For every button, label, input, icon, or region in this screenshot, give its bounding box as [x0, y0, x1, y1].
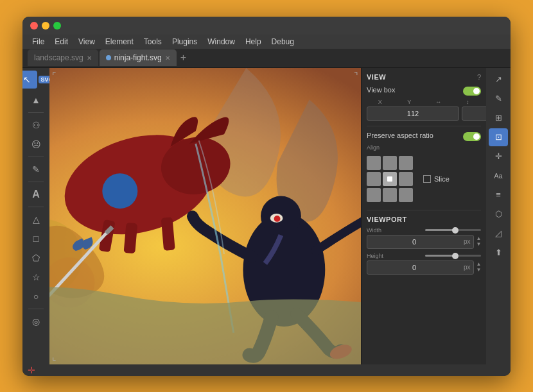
separator-2: [28, 157, 44, 157]
menu-plugins[interactable]: Plugins: [168, 36, 202, 47]
window-controls: [30, 22, 61, 30]
menu-file[interactable]: File: [28, 36, 49, 47]
menu-view[interactable]: View: [74, 36, 100, 47]
align-ml[interactable]: [367, 172, 381, 186]
tab-landscape[interactable]: landscape.svg ✕: [28, 49, 98, 66]
menu-edit[interactable]: Edit: [50, 36, 73, 47]
face-tool[interactable]: ☹: [26, 135, 46, 153]
viewbox-section: View box X Y ↔ ↕: [367, 86, 481, 121]
slice-checkbox[interactable]: [423, 175, 431, 183]
pentagon-tool[interactable]: ⬠: [26, 249, 46, 267]
viewbox-label: View box: [367, 86, 395, 94]
vb-x-input[interactable]: [367, 107, 459, 121]
width-label: Width: [367, 227, 423, 234]
person-tool[interactable]: ⚇: [26, 116, 46, 134]
tab-landscape-label: landscape.svg: [34, 53, 83, 62]
menu-bar: File Edit View Element Tools Plugins Win…: [22, 35, 511, 49]
align-tc[interactable]: [383, 156, 397, 170]
menu-debug[interactable]: Debug: [267, 36, 299, 47]
align-tr[interactable]: [399, 156, 413, 170]
width-stepper[interactable]: ▲ ▼: [476, 236, 482, 247]
preserve-toggle[interactable]: [463, 132, 481, 141]
align-mc[interactable]: [383, 172, 397, 186]
align-bl[interactable]: [367, 188, 381, 202]
menu-help[interactable]: Help: [241, 36, 266, 47]
pencil-tool[interactable]: ✎: [26, 160, 46, 178]
preserve-ratio-section: Preserve aspect ratio Align: [367, 132, 481, 205]
height-slider[interactable]: [425, 255, 481, 257]
separator-5: [28, 309, 44, 309]
maximize-button[interactable]: [53, 22, 61, 30]
title-bar: [22, 17, 511, 35]
node-tool[interactable]: ▲: [26, 91, 46, 109]
menu-tools[interactable]: Tools: [139, 36, 166, 47]
rt-move-tool[interactable]: ✛: [489, 148, 508, 166]
menu-window[interactable]: Window: [203, 36, 240, 47]
height-down[interactable]: ▼: [476, 268, 482, 273]
height-input[interactable]: [367, 264, 461, 271]
menu-element[interactable]: Element: [101, 36, 138, 47]
star-tool[interactable]: ☆: [26, 268, 46, 286]
rt-mask-tool[interactable]: ⬡: [489, 205, 508, 223]
view-section: VIEW ? View box X Y: [367, 73, 481, 275]
rt-angle-tool[interactable]: ◿: [489, 225, 508, 243]
align-bc[interactable]: [383, 188, 397, 202]
svg-point-8: [102, 173, 137, 209]
width-slider-row: Width: [367, 227, 481, 234]
tab-ninja-close[interactable]: ✕: [165, 55, 170, 62]
vb-y-input[interactable]: [462, 107, 486, 121]
divider-1: [367, 126, 481, 126]
corner-tl: ⌜: [52, 71, 57, 81]
rect-tool[interactable]: □: [26, 230, 46, 248]
artwork-canvas: [49, 68, 361, 364]
ellipse-tool[interactable]: ○: [26, 287, 46, 305]
close-button[interactable]: [30, 22, 38, 30]
tab-landscape-close[interactable]: ✕: [87, 55, 92, 62]
height-stepper[interactable]: ▲ ▼: [476, 262, 482, 273]
tab-dot-icon: [106, 55, 111, 60]
select-tool[interactable]: ↖: [22, 71, 37, 89]
rt-cursor-tool[interactable]: ↗: [489, 71, 508, 89]
width-down[interactable]: ▼: [476, 242, 482, 247]
slice-row: Slice: [423, 175, 450, 183]
tab-add-button[interactable]: +: [180, 52, 186, 64]
width-slider[interactable]: [425, 229, 481, 231]
separator-4: [28, 207, 44, 207]
rt-font-tool[interactable]: Aa: [489, 167, 508, 185]
width-slider-thumb[interactable]: [452, 227, 459, 234]
main-content: ↖ SVG ▲ ⚇ ☹ ✎ A △ □ ⬠ ☆ ○ ◎: [22, 68, 511, 364]
rt-list-tool[interactable]: ≡: [489, 186, 508, 204]
rt-pen-tool[interactable]: ✎: [489, 90, 508, 108]
align-label: Align: [367, 144, 481, 151]
corner-bl: ⌞: [52, 352, 57, 362]
triangle-tool[interactable]: △: [26, 210, 46, 228]
align-tl[interactable]: [367, 156, 381, 170]
width-up[interactable]: ▲: [476, 236, 482, 241]
spiral-tool[interactable]: ◎: [26, 312, 46, 330]
minimize-button[interactable]: [42, 22, 49, 30]
align-grid: [367, 156, 413, 202]
tab-ninja[interactable]: ninja-fight.svg ✕: [100, 49, 177, 66]
height-field: px ▲ ▼: [367, 260, 481, 275]
align-br[interactable]: [399, 188, 413, 202]
rt-layers-tool[interactable]: ⊞: [489, 109, 508, 127]
height-slider-thumb[interactable]: [452, 253, 459, 259]
align-mr[interactable]: [399, 172, 413, 186]
text-tool[interactable]: A: [26, 185, 46, 203]
rt-export-tool[interactable]: ⬆: [489, 244, 508, 262]
viewport-title: Viewport: [367, 216, 481, 223]
height-up[interactable]: ▲: [476, 262, 482, 267]
divider-2: [367, 210, 481, 210]
vb-h-label: ↕: [455, 99, 482, 105]
canvas-area[interactable]: ⌜ ⌝ ⌞: [49, 68, 361, 364]
separator-3: [28, 182, 44, 182]
app-window: File Edit View Element Tools Plugins Win…: [22, 17, 511, 376]
view-help-button[interactable]: ?: [477, 73, 481, 81]
viewbox-toggle[interactable]: [463, 87, 481, 96]
width-input[interactable]: [367, 238, 461, 246]
align-center-indicator: [387, 176, 392, 182]
rt-fit-tool[interactable]: ⊡: [489, 128, 508, 146]
tabs-bar: landscape.svg ✕ ninja-fight.svg ✕ +: [22, 49, 511, 68]
width-field: px ▲ ▼: [367, 235, 481, 249]
crosshair-icon: ✛: [28, 365, 35, 375]
